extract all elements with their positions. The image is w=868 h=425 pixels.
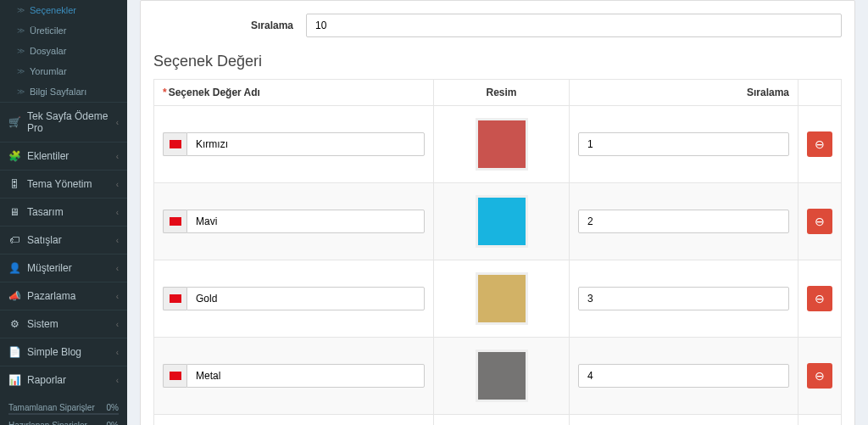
sidebar-item-sales[interactable]: 🏷Satışlar‹ xyxy=(0,226,127,254)
sidebar-sub-list: ≫Seçenekler≫Üreticiler≫Dosyalar≫Yorumlar… xyxy=(0,0,127,102)
sidebar-item-marketing[interactable]: 📣Pazarlama‹ xyxy=(0,282,127,310)
minus-circle-icon: ⊖ xyxy=(815,292,825,305)
option-values-table: *Seçenek Değer Adı Resim Sıralama ⊖⊖⊖⊖⊖ xyxy=(153,79,842,425)
option-sort-input[interactable] xyxy=(578,132,789,156)
option-name-input[interactable] xyxy=(186,364,425,388)
section-title: Seçenek Değeri xyxy=(153,53,842,70)
chevron-left-icon: ‹ xyxy=(116,152,119,161)
sidebar-sub-label: Bilgi Sayfaları xyxy=(30,87,86,97)
minus-circle-icon: ⊖ xyxy=(815,215,825,228)
chevron-left-icon: ‹ xyxy=(116,208,119,217)
remove-button[interactable]: ⊖ xyxy=(807,131,832,157)
th-actions xyxy=(798,80,842,106)
table-row: ⊖ xyxy=(154,338,842,415)
sidebar-item-label: Tasarım xyxy=(27,206,64,218)
chevron-left-icon: ‹ xyxy=(116,118,119,127)
chevron-left-icon: ‹ xyxy=(116,320,119,329)
sidebar-item-reports[interactable]: 📊Raporlar‹ xyxy=(0,366,127,394)
menu-icon: 🎛 xyxy=(8,178,20,190)
color-swatch[interactable] xyxy=(476,272,528,325)
chevron-right-icon: ≫ xyxy=(17,26,25,35)
sidebar-item-label: Tek Sayfa Ödeme Pro xyxy=(27,110,109,134)
stat-label: Tamamlanan Siparişler xyxy=(8,403,95,412)
stat-row: Tamamlanan Siparişler0% xyxy=(8,400,119,413)
language-flag-icon xyxy=(163,287,186,310)
sidebar-item-label: Sistem xyxy=(27,318,58,330)
chevron-right-icon: ≫ xyxy=(17,87,25,96)
stat-value: 0% xyxy=(107,421,119,425)
chevron-right-icon: ≫ xyxy=(17,47,25,55)
sidebar-item-customers[interactable]: 👤Müşteriler‹ xyxy=(0,254,127,282)
sidebar-sub-label: Yorumlar xyxy=(30,66,67,76)
menu-icon: 👤 xyxy=(8,262,20,274)
sidebar-item-label: Eklentiler xyxy=(27,150,69,162)
menu-icon: 🛒 xyxy=(8,116,20,128)
remove-button[interactable]: ⊖ xyxy=(807,363,832,389)
sidebar-sub-downloads[interactable]: ≫Dosyalar xyxy=(0,41,127,61)
color-swatch[interactable] xyxy=(476,350,528,402)
color-swatch[interactable] xyxy=(476,195,528,248)
chevron-left-icon: ‹ xyxy=(116,180,119,189)
stat-label: Hazırlanan Siparişler xyxy=(8,421,87,425)
sidebar-item-label: Raporlar xyxy=(27,374,66,386)
sidebar-item-label: Tema Yönetim xyxy=(27,178,92,190)
sidebar-item-label: Satışlar xyxy=(27,234,62,246)
main-content: Sıralama Seçenek Değeri *Seçenek Değer A… xyxy=(127,0,868,425)
table-row: ⊖ xyxy=(154,183,842,260)
option-values-tbody: ⊖⊖⊖⊖⊖ xyxy=(154,106,842,426)
remove-button[interactable]: ⊖ xyxy=(807,209,832,234)
menu-icon: 📣 xyxy=(8,290,20,302)
menu-icon: ⚙ xyxy=(8,318,20,330)
minus-circle-icon: ⊖ xyxy=(815,369,825,383)
chevron-right-icon: ≫ xyxy=(17,67,25,75)
remove-button[interactable]: ⊖ xyxy=(807,286,832,311)
menu-icon: 🖥 xyxy=(8,206,20,218)
table-row: ⊖ xyxy=(154,260,842,338)
sidebar-sub-options[interactable]: ≫Seçenekler xyxy=(0,0,127,20)
stat-bar xyxy=(8,413,119,415)
sidebar-sub-label: Seçenekler xyxy=(30,5,76,15)
sidebar-sub-information[interactable]: ≫Bilgi Sayfaları xyxy=(0,81,127,102)
menu-icon: 🧩 xyxy=(8,150,20,162)
language-flag-icon xyxy=(163,132,186,156)
option-sort-input[interactable] xyxy=(578,210,789,233)
stat-row: Hazırlanan Siparişler0% xyxy=(8,418,119,425)
sidebar-item-system[interactable]: ⚙Sistem‹ xyxy=(0,310,127,338)
minus-circle-icon: ⊖ xyxy=(815,137,825,151)
chevron-left-icon: ‹ xyxy=(116,376,119,385)
sidebar-item-extensions[interactable]: 🧩Eklentiler‹ xyxy=(0,142,127,170)
sidebar-main-list: 🛒Tek Sayfa Ödeme Pro‹🧩Eklentiler‹🎛Tema Y… xyxy=(0,102,127,394)
sidebar-sub-reviews[interactable]: ≫Yorumlar xyxy=(0,61,127,81)
language-flag-icon xyxy=(163,364,186,388)
th-image: Resim xyxy=(434,80,570,106)
chevron-left-icon: ‹ xyxy=(116,292,119,301)
table-row: ⊖ xyxy=(154,415,842,426)
sidebar-item-label: Pazarlama xyxy=(27,290,75,302)
table-row: ⊖ xyxy=(154,106,842,183)
sort-order-label: Sıralama xyxy=(153,20,306,31)
menu-icon: 🏷 xyxy=(8,234,20,246)
language-flag-icon xyxy=(163,210,186,233)
sidebar-item-blog[interactable]: 📄Simple Blog‹ xyxy=(0,338,127,366)
chevron-left-icon: ‹ xyxy=(116,264,119,273)
sort-order-input[interactable] xyxy=(306,14,842,37)
chevron-left-icon: ‹ xyxy=(116,236,119,245)
color-swatch[interactable] xyxy=(476,118,528,171)
option-name-input[interactable] xyxy=(186,287,425,310)
sidebar-sub-label: Üreticiler xyxy=(30,25,66,36)
sidebar-item-design[interactable]: 🖥Tasarım‹ xyxy=(0,198,127,226)
sidebar: ≫Seçenekler≫Üreticiler≫Dosyalar≫Yorumlar… xyxy=(0,0,127,425)
th-sort: Sıralama xyxy=(570,80,798,106)
menu-icon: 📊 xyxy=(8,374,20,386)
sidebar-item-theme[interactable]: 🎛Tema Yönetim‹ xyxy=(0,170,127,198)
sidebar-item-label: Müşteriler xyxy=(27,262,72,274)
option-sort-input[interactable] xyxy=(578,364,789,388)
option-name-input[interactable] xyxy=(186,132,425,156)
sidebar-sub-manufacturers[interactable]: ≫Üreticiler xyxy=(0,20,127,41)
sidebar-item-onepage[interactable]: 🛒Tek Sayfa Ödeme Pro‹ xyxy=(0,102,127,142)
chevron-left-icon: ‹ xyxy=(116,348,119,357)
option-name-input[interactable] xyxy=(186,210,425,233)
panel: Sıralama Seçenek Değeri *Seçenek Değer A… xyxy=(140,0,855,425)
stat-value: 0% xyxy=(107,403,119,412)
option-sort-input[interactable] xyxy=(578,287,789,310)
